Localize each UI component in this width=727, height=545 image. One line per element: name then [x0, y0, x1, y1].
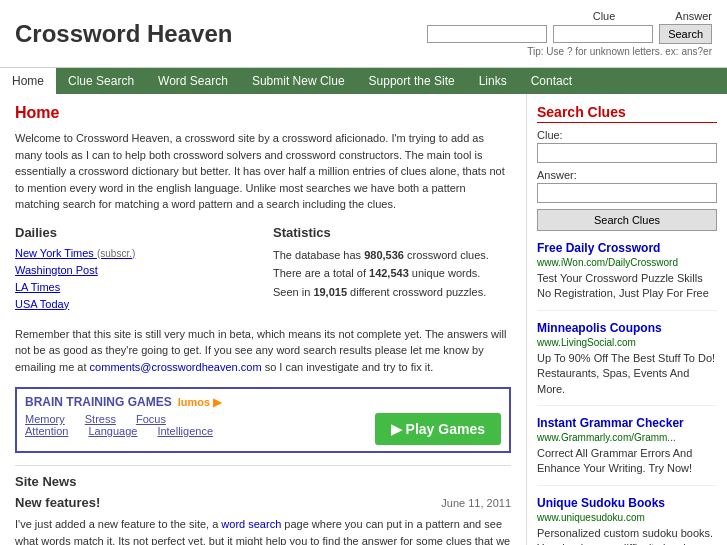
site-title: Crossword Heaven	[15, 20, 232, 48]
dailies-stats-row: Dailies New York Times (subscr.) Washing…	[15, 225, 511, 314]
header-search-button[interactable]: Search	[659, 24, 712, 44]
nav-item-support[interactable]: Support the Site	[357, 68, 467, 94]
ad-1-title: Free Daily Crossword www.iWon.com/DailyC…	[537, 241, 717, 269]
sidebar-clue-input[interactable]	[537, 143, 717, 163]
news-date: June 11, 2011	[441, 497, 511, 509]
stats-text3: There are a total of	[273, 267, 366, 279]
header-clue-input[interactable]	[427, 25, 547, 43]
ad-3-title: Instant Grammar Checker www.Grammarly.co…	[537, 416, 717, 444]
nav-item-home[interactable]: Home	[0, 68, 56, 94]
stats-text5: Seen in	[273, 286, 310, 298]
wp-link[interactable]: Washington Post	[15, 264, 98, 276]
news-item-header: New features! June 11, 2011	[15, 495, 511, 510]
list-item: Washington Post	[15, 263, 253, 277]
ad-1-text: Test Your Crossword Puzzle Skills No Reg…	[537, 271, 717, 302]
nav-item-submit-clue[interactable]: Submit New Clue	[240, 68, 357, 94]
reminder-text: Remember that this site is still very mu…	[15, 326, 511, 376]
nav-item-contact[interactable]: Contact	[519, 68, 584, 94]
stats-text1: The database has	[273, 249, 361, 261]
ad-2-title: Minneapolis Coupons www.LivingSocial.com	[537, 321, 717, 349]
nav-item-links[interactable]: Links	[467, 68, 519, 94]
sidebar: Search Clues Clue: Answer: Search Clues …	[527, 94, 727, 545]
intro-text: Welcome to Crossword Heaven, a crossword…	[15, 130, 511, 213]
brain-row-2: Attention Language Intelligence	[25, 425, 365, 437]
brain-grid: Memory Stress Focus Attention Language I…	[25, 413, 501, 445]
nav-item-word-search[interactable]: Word Search	[146, 68, 240, 94]
main-content: Home Welcome to Crossword Heaven, a cros…	[0, 94, 527, 545]
ad-4-text: Personalized custom sudoku books. Your b…	[537, 526, 717, 545]
puzzles-count: 19,015	[313, 286, 347, 298]
brain-items: Memory Stress Focus Attention Language I…	[25, 413, 365, 445]
home-section-title: Home	[15, 104, 511, 122]
header-clue-label: Clue	[593, 10, 616, 22]
dailies-list: New York Times (subscr.) Washington Post…	[15, 246, 253, 311]
brain-cat-stress[interactable]: Stress	[85, 413, 116, 425]
header-answer-input[interactable]	[553, 25, 653, 43]
lumos-logo: lumos ▶	[178, 396, 221, 409]
ad-item-4: Unique Sudoku Books www.uniquesudoku.com…	[537, 496, 717, 545]
ad-4-url: www.uniquesudoku.com	[537, 512, 645, 523]
ad-1-title-text[interactable]: Free Daily Crossword	[537, 241, 660, 255]
reminder-email[interactable]: comments@crosswordheaven.com	[90, 361, 262, 373]
sidebar-answer-input[interactable]	[537, 183, 717, 203]
word-search-link[interactable]: word search	[221, 518, 281, 530]
sidebar-search-button[interactable]: Search Clues	[537, 209, 717, 231]
main-layout: Home Welcome to Crossword Heaven, a cros…	[0, 94, 727, 545]
brain-training-box: BRAIN TRAINING GAMES lumos ▶ Memory Stre…	[15, 387, 511, 453]
dailies-title: Dailies	[15, 225, 253, 240]
news-header: Site News	[15, 474, 511, 489]
brain-cat-attention[interactable]: Attention	[25, 425, 68, 437]
header-answer-label: Answer	[675, 10, 712, 22]
statistics-title: Statistics	[273, 225, 511, 240]
sidebar-clue-label: Clue:	[537, 129, 717, 141]
brain-cat-intelligence[interactable]: Intelligence	[157, 425, 213, 437]
nav-bar: Home Clue Search Word Search Submit New …	[0, 68, 727, 94]
brain-row-1: Memory Stress Focus	[25, 413, 365, 425]
ad-2-title-text[interactable]: Minneapolis Coupons	[537, 321, 662, 335]
nyt-link[interactable]: New York Times (subscr.)	[15, 247, 135, 259]
brain-cat-focus[interactable]: Focus	[136, 413, 166, 425]
nav-item-clue-search[interactable]: Clue Search	[56, 68, 146, 94]
ad-4-title-text[interactable]: Unique Sudoku Books	[537, 496, 665, 510]
lat-link[interactable]: LA Times	[15, 281, 60, 293]
list-item: New York Times (subscr.)	[15, 246, 253, 260]
reminder-text2: so I can investigate and try to fix it.	[265, 361, 434, 373]
brain-title-text: BRAIN TRAINING GAMES	[25, 395, 172, 409]
ad-3-text: Correct All Grammar Errors And Enhance Y…	[537, 446, 717, 477]
statistics-section: Statistics The database has 980,536 cros…	[273, 225, 511, 314]
sidebar-answer-label: Answer:	[537, 169, 717, 181]
header-field-labels: Clue Answer	[593, 10, 712, 22]
news-para1: I've just added a new feature to the sit…	[15, 516, 511, 545]
news-item-title: New features!	[15, 495, 100, 510]
search-clues-title: Search Clues	[537, 104, 717, 123]
usat-link[interactable]: USA Today	[15, 298, 69, 310]
dailies-section: Dailies New York Times (subscr.) Washing…	[15, 225, 253, 314]
stats-text2: crossword clues.	[407, 249, 489, 261]
words-count: 142,543	[369, 267, 409, 279]
brain-cat-language[interactable]: Language	[88, 425, 137, 437]
ad-item-1: Free Daily Crossword www.iWon.com/DailyC…	[537, 241, 717, 311]
header: Crossword Heaven Clue Answer Search Tip:…	[0, 0, 727, 68]
play-games-button[interactable]: ▶ Play Games	[375, 413, 501, 445]
ad-item-3: Instant Grammar Checker www.Grammarly.co…	[537, 416, 717, 486]
stats-text6: different crossword puzzles.	[350, 286, 486, 298]
header-search-area: Clue Answer Search Tip: Use ? for unknow…	[427, 10, 712, 57]
header-tip: Tip: Use ? for unknown letters. ex: ans?…	[527, 46, 712, 57]
brain-cat-memory[interactable]: Memory	[25, 413, 65, 425]
ad-2-text: Up To 90% Off The Best Stuff To Do! Rest…	[537, 351, 717, 397]
ad-1-url: www.iWon.com/DailyCrossword	[537, 257, 678, 268]
brain-training-title: BRAIN TRAINING GAMES lumos ▶	[25, 395, 501, 409]
content-divider	[15, 465, 511, 466]
statistics-text: The database has 980,536 crossword clues…	[273, 246, 511, 302]
header-search-row: Search	[427, 24, 712, 44]
clues-count: 980,536	[364, 249, 404, 261]
list-item: LA Times	[15, 280, 253, 294]
ad-item-2: Minneapolis Coupons www.LivingSocial.com…	[537, 321, 717, 406]
stats-text4: unique words.	[412, 267, 481, 279]
nyt-subscr: (subscr.)	[97, 248, 135, 259]
ad-3-title-text[interactable]: Instant Grammar Checker	[537, 416, 684, 430]
site-news-title: Site News	[15, 474, 76, 489]
list-item: USA Today	[15, 297, 253, 311]
ad-3-url: www.Grammarly.com/Gramm...	[537, 432, 676, 443]
ad-2-url: www.LivingSocial.com	[537, 337, 636, 348]
